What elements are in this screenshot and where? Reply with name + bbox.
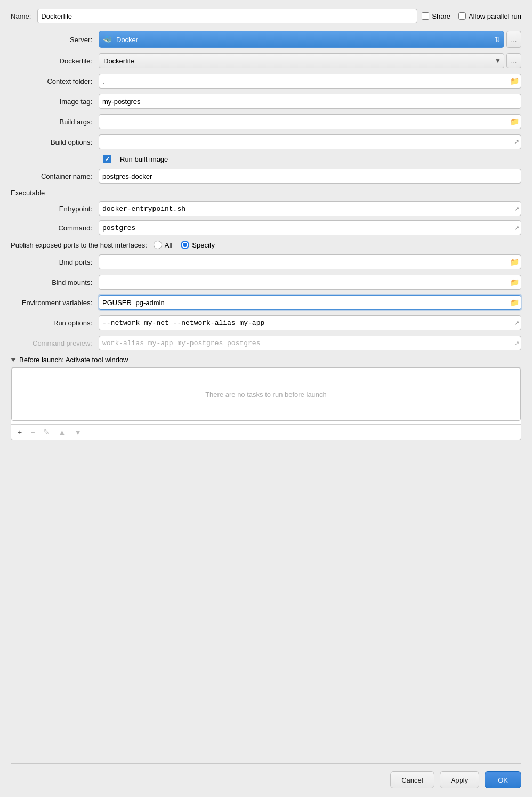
- cancel-button[interactable]: Cancel: [390, 771, 434, 788]
- env-vars-input[interactable]: [99, 295, 521, 310]
- command-expand-button[interactable]: ↗: [514, 225, 519, 231]
- executable-section-label: Executable: [11, 189, 45, 197]
- remove-task-button[interactable]: −: [28, 427, 37, 437]
- entrypoint-expand-button[interactable]: ↗: [514, 206, 519, 212]
- allow-parallel-label: Allow parallel run: [469, 12, 521, 20]
- command-preview-expand-button[interactable]: ↗: [514, 340, 519, 346]
- build-options-expand-button[interactable]: ↗: [514, 139, 519, 145]
- entrypoint-input[interactable]: [99, 201, 521, 216]
- radio-all-label: All: [165, 241, 172, 249]
- radio-specify-label: Specify: [192, 241, 215, 249]
- edit-task-button[interactable]: ✎: [41, 427, 52, 437]
- run-options-input[interactable]: [99, 315, 521, 330]
- move-down-task-button[interactable]: ▼: [72, 427, 84, 437]
- run-options-label: Run options:: [11, 319, 99, 327]
- before-launch-label: Before launch: Activate tool window: [19, 356, 128, 364]
- server-label: Server:: [11, 36, 99, 44]
- before-launch-header[interactable]: Before launch: Activate tool window: [11, 356, 521, 364]
- publish-ports-label: Publish exposed ports to the host interf…: [11, 241, 147, 249]
- command-label: Command:: [11, 224, 99, 232]
- build-args-input[interactable]: [99, 114, 521, 129]
- command-preview-label: Command preview:: [11, 339, 99, 347]
- server-ellipsis-button[interactable]: ...: [506, 31, 521, 48]
- context-folder-input[interactable]: [99, 74, 521, 89]
- radio-all-button[interactable]: [154, 241, 162, 249]
- build-options-input[interactable]: [99, 134, 521, 149]
- command-input[interactable]: [99, 220, 521, 235]
- before-launch-tasks-area: There are no tasks to run before launch: [11, 368, 521, 421]
- command-preview-input: [99, 336, 521, 350]
- move-up-task-button[interactable]: ▲: [56, 427, 68, 437]
- context-folder-label: Context folder:: [11, 77, 99, 85]
- env-vars-browse-button[interactable]: 📁: [510, 299, 519, 306]
- container-name-label: Container name:: [11, 172, 99, 180]
- image-tag-label: Image tag:: [11, 98, 99, 106]
- bind-ports-label: Bind ports:: [11, 258, 99, 266]
- run-built-image-checkbox[interactable]: [103, 155, 111, 163]
- share-label: Share: [432, 12, 450, 20]
- bind-mounts-browse-button[interactable]: 📁: [510, 278, 519, 286]
- before-launch-toolbar: + − ✎ ▲ ▼: [11, 424, 521, 440]
- server-select[interactable]: Docker: [99, 31, 504, 48]
- bind-mounts-input[interactable]: [99, 275, 521, 290]
- no-tasks-text: There are no tasks to run before launch: [205, 390, 327, 398]
- ok-button[interactable]: OK: [485, 771, 521, 788]
- run-built-image-label: Run built image: [120, 155, 168, 163]
- radio-specify-button[interactable]: [181, 241, 189, 249]
- name-label: Name:: [11, 12, 31, 20]
- dockerfile-select[interactable]: Dockerfile: [99, 53, 504, 68]
- name-input[interactable]: [37, 9, 417, 23]
- apply-button[interactable]: Apply: [440, 771, 480, 788]
- executable-separator: [49, 193, 521, 193]
- radio-all[interactable]: All: [154, 241, 172, 249]
- dockerfile-label: Dockerfile:: [11, 57, 99, 65]
- run-options-expand-button[interactable]: ↗: [514, 320, 519, 326]
- bind-mounts-label: Bind mounts:: [11, 278, 99, 286]
- context-folder-browse-button[interactable]: 📁: [510, 77, 519, 85]
- env-vars-label: Environment variables:: [11, 299, 99, 307]
- radio-specify[interactable]: Specify: [181, 241, 215, 249]
- dockerfile-ellipsis-button[interactable]: ...: [506, 53, 521, 68]
- build-options-label: Build options:: [11, 138, 99, 146]
- build-args-label: Build args:: [11, 118, 99, 126]
- container-name-input[interactable]: [99, 169, 521, 184]
- bind-ports-browse-button[interactable]: 📁: [510, 258, 519, 266]
- allow-parallel-checkbox[interactable]: [458, 12, 466, 20]
- bind-ports-input[interactable]: [99, 254, 521, 269]
- bottom-buttons-area: Cancel Apply OK: [11, 763, 521, 788]
- before-launch-triangle-icon: [11, 358, 16, 362]
- add-task-button[interactable]: +: [15, 427, 24, 437]
- share-checkbox[interactable]: [422, 12, 429, 20]
- entrypoint-label: Entrypoint:: [11, 205, 99, 213]
- image-tag-input[interactable]: [99, 94, 521, 109]
- build-args-browse-button[interactable]: 📁: [510, 118, 519, 125]
